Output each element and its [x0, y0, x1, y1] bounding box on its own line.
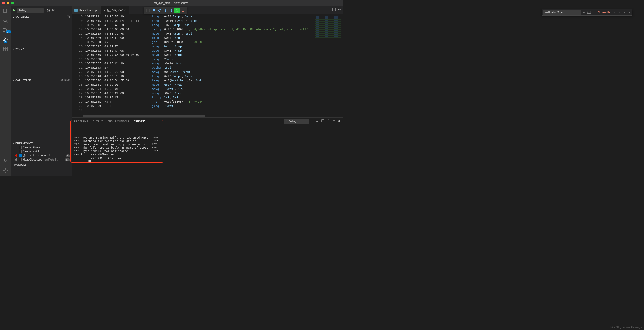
split-editor-icon[interactable]	[332, 8, 336, 11]
debug-console-icon[interactable]	[52, 9, 56, 12]
svg-rect-11	[3, 47, 5, 49]
watch-section[interactable]: ⌄ WATCH	[11, 46, 72, 51]
collapse-all-icon[interactable]	[67, 15, 70, 18]
panel-tab-output[interactable]: OUTPUT	[92, 118, 103, 124]
source-control-icon[interactable]: 5K+	[3, 27, 8, 33]
variables-section[interactable]: ⌄ VARIABLES	[11, 14, 72, 19]
gear-icon[interactable]	[47, 9, 50, 12]
breakpoint-enabled-icon	[15, 154, 18, 157]
svg-point-15	[4, 159, 6, 161]
count-badge: 6	[66, 154, 70, 157]
drag-handle-icon[interactable]: ⋮⋮	[145, 9, 151, 12]
checkbox-icon[interactable]	[19, 158, 22, 161]
kill-terminal-icon[interactable]	[327, 119, 330, 123]
panel-tab-debug-console[interactable]: DEBUG CONSOLE	[108, 118, 130, 124]
svg-rect-19	[53, 9, 55, 11]
svg-point-2	[4, 19, 6, 22]
stop-button[interactable]	[180, 8, 186, 13]
chevron-down-icon: ⌄	[304, 120, 306, 123]
chevron-right-icon: ›	[12, 164, 14, 166]
svg-rect-13	[3, 49, 5, 51]
step-out-button[interactable]	[168, 8, 174, 13]
svg-rect-29	[182, 9, 184, 12]
breakpoint-row[interactable]: HeapObject.cppswift/stdli...93	[11, 158, 72, 162]
scm-badge: 5K+	[6, 30, 11, 33]
tab-bar: HeapObject.cpp≡@_dyld_start× ⋮⋮ ⋯	[72, 6, 343, 14]
svg-rect-14	[6, 49, 8, 51]
terminal-selector[interactable]: 1: Debug⌄	[284, 119, 308, 124]
checkbox-icon[interactable]	[19, 146, 22, 149]
debug-badge: 1	[4, 40, 7, 43]
restart-button[interactable]	[174, 8, 180, 13]
extensions-icon[interactable]	[3, 46, 8, 52]
step-over-button[interactable]	[157, 8, 162, 13]
maximize-panel-icon[interactable]: ⌃	[333, 119, 335, 123]
svg-point-16	[5, 170, 6, 171]
cursor	[89, 160, 91, 163]
search-icon[interactable]	[3, 18, 8, 23]
debug-sidebar: Debug ⌄ ⋯ ⌄ VARIABLES ⌄ WATCH	[11, 6, 72, 176]
assembly-file-icon: ≡	[104, 9, 106, 12]
breakpoint-row[interactable]: ✓@__read_nocancel/6	[11, 154, 72, 158]
svg-point-24	[160, 11, 160, 12]
account-icon[interactable]	[3, 158, 8, 164]
tab---dyld-start[interactable]: ≡@_dyld_start×	[101, 6, 129, 14]
chevron-down-icon: ⌄	[40, 9, 42, 12]
svg-rect-21	[68, 16, 70, 18]
chevron-down-icon: ⌄	[12, 142, 14, 144]
chevron-down-icon: ⌄	[12, 16, 14, 18]
debug-config-select[interactable]: Debug ⌄	[17, 8, 44, 12]
maximize-window[interactable]	[11, 2, 14, 4]
minimize-window[interactable]	[7, 2, 10, 4]
pause-button[interactable]	[151, 8, 156, 13]
horizontal-scrollbar[interactable]	[72, 115, 343, 118]
cpp-file-icon	[74, 9, 78, 12]
breakpoints-section[interactable]: ⌄ BREAKPOINTS	[11, 141, 72, 146]
panel-tab-terminal[interactable]: TERMINAL	[134, 118, 147, 124]
terminal-body[interactable]: *** You are running Swift's integrated R…	[72, 125, 343, 176]
checkbox-icon[interactable]	[19, 150, 22, 153]
split-terminal-icon[interactable]	[321, 119, 324, 123]
svg-point-18	[48, 10, 49, 11]
close-tab-icon[interactable]: ×	[124, 8, 126, 12]
activity-bar: 5K+ 1	[0, 6, 11, 176]
close-panel-icon[interactable]: ✕	[338, 119, 340, 123]
svg-marker-17	[13, 9, 15, 12]
window-title: @_dyld_start — swift-source	[154, 2, 188, 5]
more-icon[interactable]: ⋯	[58, 9, 60, 12]
callstack-status: RUNNING	[60, 79, 70, 82]
svg-rect-22	[153, 9, 154, 12]
new-terminal-icon[interactable]: ＋	[316, 119, 319, 123]
chevron-down-icon: ⌄	[12, 47, 14, 50]
start-debug-icon[interactable]	[12, 9, 16, 12]
panel-tab-problems[interactable]: PROBLEMS	[74, 118, 88, 124]
svg-rect-12	[6, 47, 8, 49]
explorer-icon[interactable]	[3, 8, 8, 14]
minimap[interactable]	[314, 14, 343, 115]
svg-point-4	[4, 28, 5, 29]
svg-rect-20	[67, 16, 69, 17]
close-window[interactable]	[2, 2, 5, 4]
modules-section[interactable]: › MODULES	[11, 162, 72, 167]
debug-config-label: Debug	[19, 9, 26, 12]
svg-point-5	[4, 31, 5, 32]
editor-zone: HeapObject.cpp≡@_dyld_start× ⋮⋮ ⋯ Aa Abl…	[72, 6, 343, 176]
breakpoint-row[interactable]: C++: on catch	[11, 150, 72, 154]
checkbox-icon[interactable]: ✓	[19, 154, 22, 157]
breakpoint-row[interactable]: C++: on throw	[11, 146, 72, 150]
svg-rect-23	[154, 9, 155, 12]
count-badge: 93	[65, 158, 70, 161]
run-debug-icon[interactable]: 1	[0, 37, 11, 42]
more-actions-icon[interactable]: ⋯	[338, 8, 341, 11]
settings-gear-icon[interactable]	[3, 168, 8, 173]
chevron-down-icon: ⌄	[12, 79, 14, 82]
breakpoint-unverified-icon	[15, 158, 18, 161]
callstack-section[interactable]: ⌄ CALL STACK RUNNING	[11, 78, 72, 82]
svg-line-3	[6, 21, 8, 23]
step-into-button[interactable]	[163, 8, 168, 13]
svg-point-26	[165, 11, 166, 12]
tab-heapobject-cpp[interactable]: HeapObject.cpp	[72, 6, 101, 14]
svg-point-28	[171, 11, 172, 12]
debug-toolbar[interactable]: ⋮⋮	[144, 7, 187, 14]
